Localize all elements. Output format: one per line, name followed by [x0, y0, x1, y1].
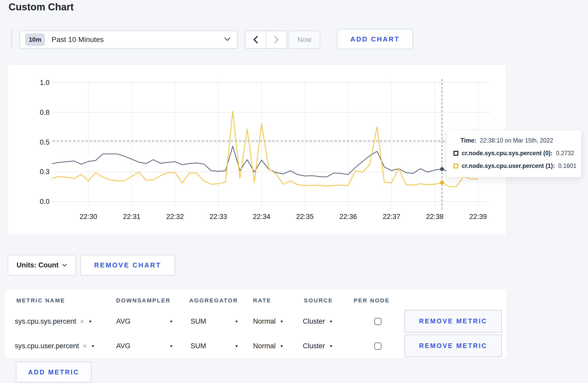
chart-plot[interactable]: 22:3022:3122:3222:3322:3422:3522:3622:37…: [8, 65, 506, 235]
svg-text:0.8: 0.8: [40, 109, 50, 116]
metric-row: sys.cpu.user.percent × ▼ AVG ▼ SUM ▼ Nor…: [5, 334, 506, 358]
svg-text:22:35: 22:35: [296, 213, 314, 221]
col-header-source: SOURCE: [304, 297, 333, 304]
caret-down-icon: ▼: [91, 344, 95, 348]
clear-metric-icon[interactable]: ×: [80, 317, 84, 326]
chart-hover-tooltip: Time: 22:38:10 on Mar 15th, 2022 cr.node…: [446, 130, 581, 177]
series-user-swatch-icon: [453, 164, 458, 168]
source-select[interactable]: Cluster ▼: [303, 334, 333, 358]
metrics-table: METRIC NAME DOWNSAMPLER AGGREGATOR RATE …: [5, 289, 506, 358]
source-select[interactable]: Cluster ▼: [303, 309, 333, 334]
tooltip-series-name: cr.node.sys.cpu.user.percent (1):: [462, 162, 555, 169]
source-value: Cluster: [303, 317, 325, 325]
downsampler-select[interactable]: AVG ▼: [116, 334, 173, 358]
clear-metric-icon[interactable]: ×: [83, 342, 87, 350]
now-button[interactable]: Now: [289, 31, 320, 49]
chart-card: 22:3022:3122:3222:3322:3422:3522:3622:37…: [8, 64, 506, 235]
svg-text:0.3: 0.3: [40, 168, 50, 176]
aggregator-value: SUM: [191, 342, 206, 350]
caret-down-icon: ▼: [280, 344, 284, 348]
col-header-per-node: PER NODE: [354, 297, 390, 304]
caret-down-icon: ▼: [280, 319, 284, 324]
svg-text:22:32: 22:32: [166, 213, 184, 221]
metric-name-label: sys.cpu.sys.percent: [15, 317, 76, 325]
rate-value: Normal: [253, 317, 276, 325]
downsampler-select[interactable]: AVG ▼: [116, 309, 173, 334]
series-sys-swatch-icon: [453, 151, 458, 156]
metric-name-select[interactable]: sys.cpu.sys.percent × ▼: [15, 309, 92, 334]
col-header-metric-name: METRIC NAME: [16, 297, 65, 304]
svg-text:22:38: 22:38: [426, 213, 444, 221]
tooltip-time-row: Time: 22:38:10 on Mar 15th, 2022: [460, 137, 581, 144]
caret-down-icon: ▼: [235, 319, 239, 324]
col-header-aggregator: AGGREGATOR: [189, 297, 238, 304]
col-header-downsampler: DOWNSAMPLER: [116, 297, 171, 304]
time-range-label: Past 10 Minutes: [52, 36, 104, 44]
time-range-select[interactable]: 10m Past 10 Minutes: [19, 31, 238, 49]
tooltip-series-row: cr.node.sys.cpu.user.percent (1): 0.1601: [453, 162, 581, 169]
time-nav-group: [245, 31, 287, 49]
downsampler-value: AVG: [116, 317, 130, 325]
svg-text:22:33: 22:33: [209, 213, 227, 221]
svg-text:0.0: 0.0: [40, 198, 50, 205]
caret-down-icon: ▼: [329, 319, 333, 324]
caret-down-icon: ▼: [235, 344, 239, 348]
tooltip-time-label: Time:: [460, 137, 476, 144]
caret-down-icon: ▼: [169, 319, 173, 324]
svg-text:0.5: 0.5: [40, 138, 50, 146]
caret-down-icon: ▼: [88, 319, 92, 324]
units-select[interactable]: Units: Count: [8, 255, 76, 275]
tooltip-series-value: 0.2732: [556, 150, 574, 157]
per-node-checkbox[interactable]: [374, 318, 381, 325]
svg-text:22:31: 22:31: [123, 213, 141, 221]
svg-text:1.0: 1.0: [40, 79, 50, 87]
aggregator-select[interactable]: SUM ▼: [191, 309, 239, 334]
metric-name-label: sys.cpu.user.percent: [15, 342, 79, 350]
add-chart-button[interactable]: ADD CHART: [337, 29, 413, 49]
add-metric-button[interactable]: ADD METRIC: [16, 362, 92, 382]
svg-text:22:30: 22:30: [80, 213, 97, 221]
remove-chart-button[interactable]: REMOVE CHART: [80, 255, 175, 275]
rate-select[interactable]: Normal ▼: [253, 309, 284, 334]
metric-row: sys.cpu.sys.percent × ▼ AVG ▼ SUM ▼ Norm…: [5, 309, 506, 334]
chevron-down-icon: [62, 264, 67, 267]
downsampler-value: AVG: [116, 342, 130, 350]
units-label: Units: Count: [17, 261, 59, 269]
time-range-badge: 10m: [25, 33, 45, 46]
chevron-down-icon: [224, 37, 230, 42]
svg-text:22:37: 22:37: [383, 213, 400, 221]
time-prev-button[interactable]: [246, 31, 266, 48]
aggregator-select[interactable]: SUM ▼: [191, 334, 239, 358]
svg-text:22:39: 22:39: [469, 213, 487, 221]
caret-down-icon: ▼: [329, 344, 333, 348]
per-node-checkbox[interactable]: [374, 343, 381, 350]
svg-text:22:36: 22:36: [339, 213, 357, 221]
metric-name-select[interactable]: sys.cpu.user.percent × ▼: [15, 334, 95, 358]
tooltip-series-row: cr.node.sys.cpu.sys.percent (0): 0.2732: [453, 150, 581, 157]
page-title: Custom Chart: [9, 2, 74, 13]
time-next-button[interactable]: [266, 31, 286, 48]
col-header-rate: RATE: [253, 297, 271, 304]
caret-down-icon: ▼: [169, 344, 173, 348]
aggregator-value: SUM: [191, 317, 206, 325]
rate-value: Normal: [253, 342, 276, 350]
tooltip-series-name: cr.node.sys.cpu.sys.percent (0):: [462, 150, 552, 157]
remove-metric-button[interactable]: REMOVE METRIC: [404, 310, 502, 332]
custom-chart-page: Custom Chart 10m Past 10 Minutes Now ADD…: [0, 0, 588, 383]
source-value: Cluster: [303, 342, 325, 350]
toolbar-divider: [11, 30, 12, 48]
tooltip-series-value: 0.1601: [558, 162, 576, 169]
remove-metric-button[interactable]: REMOVE METRIC: [404, 335, 502, 357]
svg-text:22:34: 22:34: [253, 213, 270, 221]
rate-select[interactable]: Normal ▼: [253, 334, 284, 358]
tooltip-time-value: 22:38:10 on Mar 15th, 2022: [480, 137, 553, 144]
